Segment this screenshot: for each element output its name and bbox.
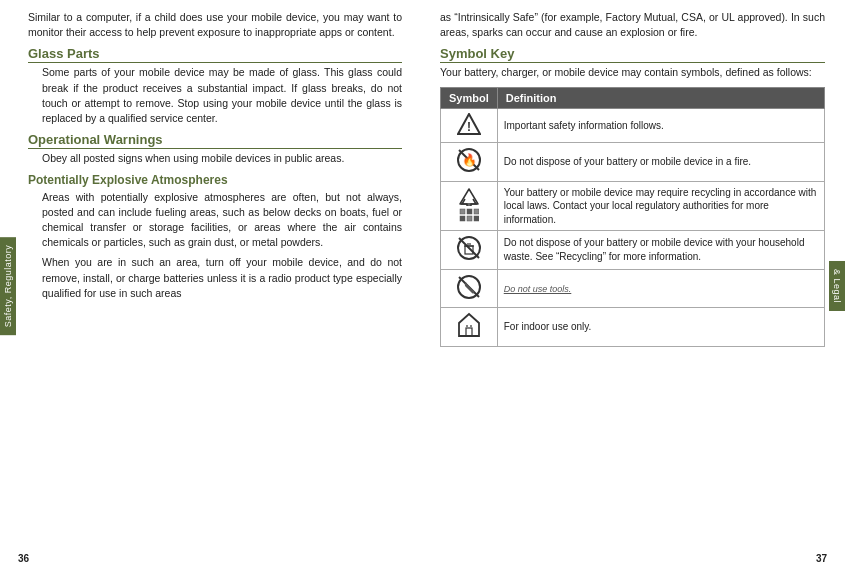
right-intro-text: as “Intrinsically Safe” (for example, Fa… [440, 10, 825, 40]
svg-rect-9 [467, 216, 472, 221]
symbol-cell-6 [441, 308, 498, 347]
potentially-explosive-para2: When you are in such an area, turn off y… [42, 255, 402, 301]
svg-rect-8 [460, 216, 465, 221]
table-row: Do not dispose of your battery or mobile… [441, 231, 825, 270]
recycle-block [447, 188, 491, 224]
no-fire-icon: 🔥 [456, 147, 482, 173]
glass-parts-heading: Glass Parts [28, 46, 402, 63]
svg-rect-10 [474, 216, 479, 221]
right-side-tab: & Legal [829, 261, 845, 311]
svg-marker-18 [459, 314, 479, 336]
symbol-cell-4 [441, 231, 498, 270]
symbol-cell-5 [441, 269, 498, 308]
page-number-right: 37 [816, 553, 827, 564]
symbol-key-heading: Symbol Key [440, 46, 825, 63]
symbol-col-header: Symbol [441, 87, 498, 108]
symbol-table: Symbol Definition ! Important safety [440, 87, 825, 347]
table-row: For indoor use only. [441, 308, 825, 347]
no-tools-icon [456, 274, 482, 300]
left-page: Safety, Regulatory Similar to a computer… [0, 0, 422, 572]
table-row: Your battery or mobile device may requir… [441, 181, 825, 231]
indoor-use-icon [456, 312, 482, 338]
definition-cell-4: Do not dispose of your battery or mobile… [497, 231, 824, 270]
potentially-explosive-heading: Potentially Explosive Atmospheres [28, 173, 402, 187]
definition-cell-3: Your battery or mobile device may requir… [497, 181, 824, 231]
svg-rect-7 [474, 209, 479, 214]
recycle-icon [458, 188, 480, 206]
do-not-use-tools-text: Do not use tools. [504, 284, 572, 294]
glass-parts-text: Some parts of your mobile device may be … [42, 65, 402, 126]
symbol-key-intro: Your battery, charger, or mobile device … [440, 65, 825, 80]
table-row: 🔥 Do not dispose of your battery or mobi… [441, 143, 825, 182]
table-row: Do not use tools. [441, 269, 825, 308]
svg-rect-5 [460, 209, 465, 214]
definition-cell-5: Do not use tools. [497, 269, 824, 308]
svg-text:🔥: 🔥 [461, 152, 476, 167]
right-page: & Legal as “Intrinsically Safe” (for exa… [422, 0, 845, 572]
symbol-cell-3 [441, 181, 498, 231]
intro-text: Similar to a computer, if a child does u… [28, 10, 402, 40]
operational-warnings-heading: Operational Warnings [28, 132, 402, 149]
svg-line-12 [459, 238, 479, 258]
left-side-tab: Safety, Regulatory [0, 237, 16, 335]
page-number-left: 36 [18, 553, 29, 564]
grid-icon [459, 208, 479, 224]
symbol-cell-1: ! [441, 108, 498, 143]
table-row: ! Important safety information follows. [441, 108, 825, 143]
definition-cell-1: Important safety information follows. [497, 108, 824, 143]
symbol-cell-2: 🔥 [441, 143, 498, 182]
operational-warnings-text: Obey all posted signs when using mobile … [42, 151, 402, 166]
triangle-exclamation-icon: ! [457, 113, 481, 135]
page-container: Safety, Regulatory Similar to a computer… [0, 0, 845, 572]
svg-rect-6 [467, 209, 472, 214]
definition-cell-2: Do not dispose of your battery or mobile… [497, 143, 824, 182]
svg-text:!: ! [467, 120, 471, 134]
svg-rect-20 [466, 328, 472, 336]
no-trash-icon [456, 235, 482, 261]
definition-col-header: Definition [497, 87, 824, 108]
potentially-explosive-para1: Areas with potentially explosive atmosph… [42, 190, 402, 251]
definition-cell-6: For indoor use only. [497, 308, 824, 347]
